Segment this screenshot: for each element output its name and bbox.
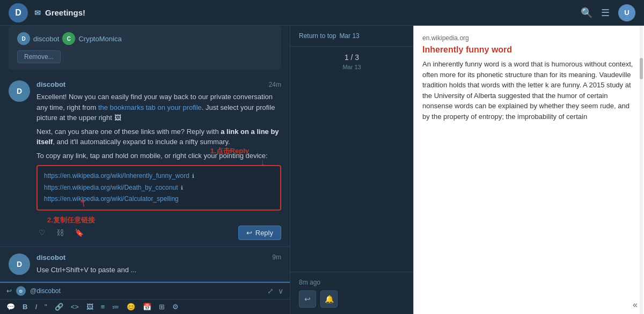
reply-label: Reply — [255, 229, 273, 237]
composer-left: 💬 B I " 🔗 <> 🖼 ≡ ≔ 😊 📅 ⊞ ⚙ — [0, 300, 290, 314]
main-layout: D discobot C CryptoMonica Remove... D di… — [0, 26, 644, 314]
post-content-1: Excellent! Now you can easily find your … — [36, 92, 281, 215]
right-sidebar: Return to top Mar 13 1 / 3 Mar 13 8m ago… — [290, 26, 413, 314]
post-header-2: discobot 9m — [36, 253, 281, 261]
bookmarks-card: D discobot C CryptoMonica Remove... — [9, 26, 281, 70]
preview-scrollbar-thumb — [640, 58, 643, 79]
progress-date: Mar 13 — [299, 64, 405, 70]
reply-icon: ↩ — [246, 229, 252, 237]
reply-button[interactable]: ↩ Reply — [238, 226, 281, 240]
sidebar-bookmark-btn[interactable]: 🔔 — [320, 290, 338, 308]
discobot-avatar: D — [17, 32, 30, 45]
discobot-link[interactable]: discobot — [33, 35, 59, 43]
wiki-link-2[interactable]: https://en.wikipedia.org/wiki/Death_by_c… — [44, 182, 274, 194]
sidebar-progress: 1 / 3 Mar 13 — [290, 47, 413, 77]
composer-body: 💬 B I " 🔗 <> 🖼 ≡ ≔ 😊 📅 ⊞ ⚙ — [0, 300, 290, 314]
sidebar-top: Return to top Mar 13 — [290, 26, 413, 47]
return-date: Mar 13 — [339, 32, 359, 40]
post-body-1: discobot 24m Excellent! Now you can easi… — [36, 80, 281, 240]
annotation-1-text: 1.点击Reply — [210, 146, 249, 156]
menu-button[interactable]: ☰ — [601, 7, 610, 19]
toolbar-options[interactable]: ⚙ — [170, 302, 181, 312]
toolbar-table[interactable]: ⊞ — [157, 302, 167, 312]
link-button[interactable]: ⛓ — [54, 226, 66, 239]
toolbar-code[interactable]: <> — [69, 302, 81, 312]
left-panel: D discobot C CryptoMonica Remove... D di… — [0, 26, 290, 314]
progress-fraction: 1 / 3 — [299, 53, 405, 62]
post-avatar-discobot-2: D — [9, 253, 30, 275]
preview-collapse-button[interactable]: « — [633, 300, 638, 310]
links-box: https://en.wikipedia.org/wiki/Inherently… — [36, 165, 281, 211]
composer-to-link[interactable]: @discobot — [30, 287, 61, 295]
composer-header: ↩ D @discobot ⤢ ∨ — [0, 283, 290, 300]
post-item-1: D discobot 24m Excellent! Now you can ea… — [0, 74, 290, 247]
bookmark-button[interactable]: 🔖 — [72, 226, 86, 239]
post-content-2: Use Ctrl+Shift+V to paste and ... — [36, 265, 281, 275]
sidebar-action-icons: ↩ 🔔 — [299, 290, 405, 308]
sidebar-bottom: 8m ago ↩ 🔔 — [290, 272, 413, 314]
page-title: ✉ Greetings! — [34, 8, 85, 17]
nav-icons: 🔍 ☰ U — [581, 4, 635, 21]
preview-scrollbar[interactable] — [640, 26, 643, 314]
post-item-2: D discobot 9m Use Ctrl+Shift+V to paste … — [0, 247, 290, 282]
post-avatar-discobot: D — [9, 80, 30, 102]
preview-title[interactable]: Inherently funny word — [422, 45, 635, 55]
toolbar-list-ol[interactable]: ≔ — [110, 302, 121, 312]
top-nav: D ✉ Greetings! 🔍 ☰ U — [0, 0, 644, 26]
bookmarks-avatars: D discobot C CryptoMonica — [17, 32, 273, 45]
links-container: https://en.wikipedia.org/wiki/Inherently… — [36, 161, 281, 215]
logo-text: D — [15, 8, 21, 18]
post-time-2: 9m — [272, 253, 281, 261]
toolbar-quote[interactable]: 💬 — [4, 302, 17, 312]
composer-toolbar: 💬 B I " 🔗 <> 🖼 ≡ ≔ 😊 📅 ⊞ ⚙ — [0, 300, 290, 314]
email-icon: ✉ — [34, 9, 41, 17]
annotation-2-text: 2.复制任意链接 — [47, 215, 95, 226]
toolbar-italic[interactable]: I — [33, 302, 39, 312]
toolbar-emoji[interactable]: 😊 — [125, 302, 137, 312]
post-header-1: discobot 24m — [36, 80, 281, 88]
toolbar-image[interactable]: 🖼 — [84, 302, 96, 312]
site-logo[interactable]: D — [9, 3, 28, 23]
preview-site: en.wikipedia.org — [422, 34, 635, 42]
remove-button[interactable]: Remove... — [17, 50, 61, 63]
user-avatar[interactable]: U — [618, 4, 635, 21]
preview-text: An inherently funny word is a word that … — [422, 59, 635, 122]
post-username-2[interactable]: discobot — [36, 253, 65, 261]
post-time-1: 24m — [269, 81, 281, 88]
sidebar-time-ago: 8m ago — [299, 279, 405, 286]
crypto-link[interactable]: CryptoMonica — [78, 35, 121, 43]
toolbar-link[interactable]: 🔗 — [53, 302, 65, 312]
return-to-top-text: Return to top — [299, 32, 336, 40]
composer-expand-button[interactable]: ⤢ — [267, 287, 274, 295]
annotation-1-arrow: ↓ — [260, 155, 265, 170]
sidebar-reply-btn[interactable]: ↩ — [299, 290, 316, 308]
toolbar-bold[interactable]: B — [20, 302, 30, 312]
post-body-2: discobot 9m Use Ctrl+Shift+V to paste an… — [36, 253, 281, 275]
wiki-link-1[interactable]: https://en.wikipedia.org/wiki/Inherently… — [44, 170, 274, 182]
post-actions-1: ♡ ⛓ 🔖 ↩ Reply — [36, 226, 281, 240]
toolbar-date[interactable]: 📅 — [141, 302, 153, 312]
heart-button[interactable]: ♡ — [36, 226, 48, 239]
toolbar-list-ul[interactable]: ≡ — [99, 302, 107, 312]
search-button[interactable]: 🔍 — [581, 7, 592, 19]
reply-composer: ↩ D @discobot ⤢ ∨ 💬 B I " 🔗 <> 🖼 — [0, 282, 290, 314]
composer-to-avatar: D — [16, 286, 26, 296]
return-to-top-link[interactable]: Return to top Mar 13 — [299, 32, 405, 40]
bookmarks-link[interactable]: the bookmarks tab on your profile — [98, 103, 202, 111]
preview-panel: en.wikipedia.org Inherently funny word A… — [413, 26, 644, 314]
title-text: Greetings! — [45, 8, 85, 17]
composer-collapse-button[interactable]: ∨ — [278, 287, 283, 295]
composer-reply-icon: ↩ — [6, 287, 12, 295]
toolbar-quote2[interactable]: " — [42, 302, 49, 312]
crypto-avatar: C — [62, 32, 75, 45]
post-username-1[interactable]: discobot — [36, 80, 65, 88]
